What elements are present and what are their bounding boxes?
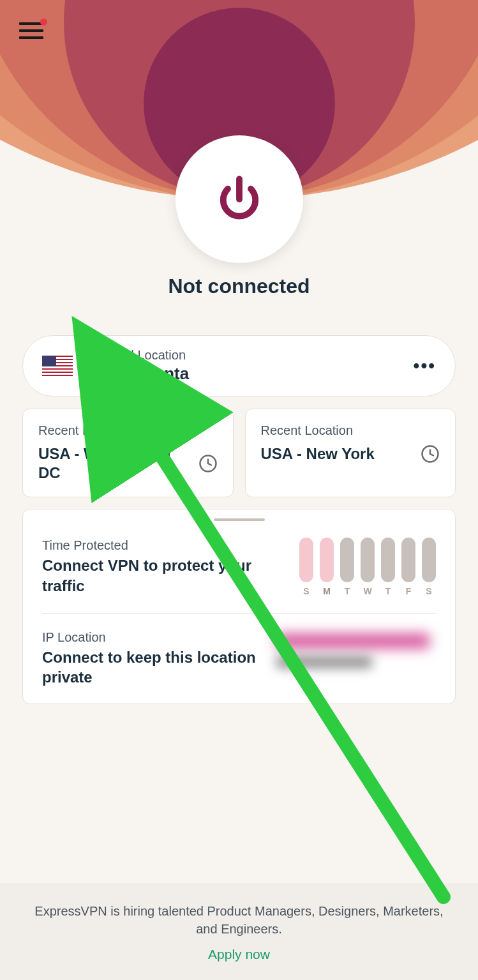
apply-now-link[interactable]: Apply now xyxy=(26,947,452,962)
time-protected-value: Connect VPN to protect your traffic xyxy=(42,555,293,595)
recent-location-name: USA - New York xyxy=(261,444,375,464)
footer-text: ExpressVPN is hiring talented Product Ma… xyxy=(26,902,452,938)
recent-location-label: Recent Location xyxy=(261,423,440,438)
recent-location-card-1[interactable]: Recent Location USA - Washington DC xyxy=(22,409,234,497)
power-icon xyxy=(211,170,268,228)
recent-location-card-2[interactable]: Recent Location USA - New York xyxy=(245,409,456,497)
ip-location-value: Connect to keep this location private xyxy=(42,647,270,687)
more-options-button[interactable]: ••• xyxy=(414,356,436,376)
recent-location-name: USA - Washington DC xyxy=(38,444,192,483)
menu-button[interactable] xyxy=(19,22,43,40)
selected-location-value: USA - Atlanta xyxy=(84,364,414,384)
clock-icon xyxy=(421,444,440,464)
connect-power-button[interactable] xyxy=(176,135,303,263)
selected-location-card[interactable]: Selected Location USA - Atlanta ••• xyxy=(22,335,456,396)
week-chart: S M T W T F S xyxy=(299,538,436,596)
notification-badge xyxy=(40,19,47,26)
time-protected-label: Time Protected xyxy=(42,538,293,553)
selected-location-label: Selected Location xyxy=(84,348,414,363)
blurred-ip-location xyxy=(276,633,436,684)
stats-card[interactable]: Time Protected Connect VPN to protect yo… xyxy=(22,509,456,704)
ip-location-label: IP Location xyxy=(42,630,270,645)
footer-banner: ExpressVPN is hiring talented Product Ma… xyxy=(0,883,478,980)
connection-status: Not connected xyxy=(0,275,478,298)
us-flag-icon xyxy=(42,356,73,376)
recent-location-label: Recent Location xyxy=(38,423,218,438)
clock-icon xyxy=(198,454,218,473)
